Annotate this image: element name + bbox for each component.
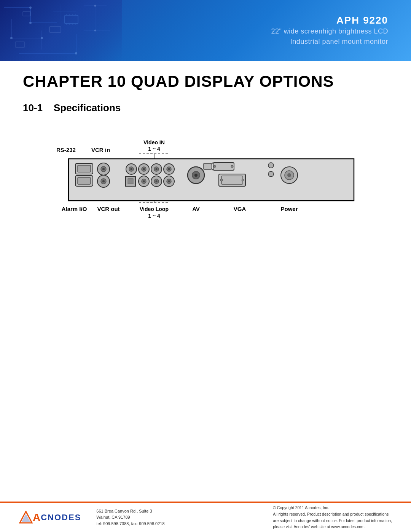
svg-rect-23 [65, 15, 78, 24]
svg-rect-15 [15, 42, 25, 47]
svg-point-41 [102, 168, 105, 170]
header-banner: APH 9220 22" wide screenhigh brightness … [0, 0, 411, 61]
copyright-line4: please visit Acnodes' web site at www.ac… [273, 524, 392, 530]
footer-logo: A CNODES [19, 511, 81, 524]
section-name: Specifications [54, 102, 121, 113]
main-content: CHAPTER 10 QUAD DISPLAY OPTIONS 10-1 Spe… [0, 61, 411, 294]
svg-point-9 [29, 22, 32, 24]
circuit-lines [0, 0, 122, 61]
svg-point-70 [194, 174, 198, 177]
svg-point-64 [156, 181, 158, 182]
copyright-line2: All rights reserved. Product description… [273, 511, 392, 518]
logo-letter-a: A [33, 511, 41, 524]
svg-point-80 [242, 179, 244, 181]
svg-point-81 [268, 163, 274, 168]
svg-point-44 [102, 180, 105, 182]
svg-point-50 [143, 168, 145, 170]
label-video-in-range: 1 ~ 4 [148, 146, 160, 152]
label-alarm: Alarm I/O [62, 206, 87, 212]
footer-address: 661 Brea Canyon Rd., Suite 3 Walnut, CA … [96, 508, 172, 527]
logo-icon [19, 511, 33, 524]
logo-text: CNODES [41, 513, 81, 522]
label-power: Power [280, 206, 298, 212]
label-videoloop: Video Loop [140, 206, 169, 212]
footer: A CNODES 661 Brea Canyon Rd., Suite 3 Wa… [0, 502, 411, 532]
address-line3: tel: 909.598.7388, fax: 909.598.0218 [96, 521, 172, 527]
svg-rect-13 [23, 11, 30, 16]
svg-rect-78 [221, 176, 243, 184]
svg-rect-36 [78, 165, 91, 172]
svg-point-21 [94, 5, 96, 7]
header-text: APH 9220 22" wide screenhigh brightness … [271, 14, 388, 47]
section-title: 10-1 Specifications [23, 102, 388, 114]
copyright-line3: are subject to change without notice. Fo… [273, 518, 392, 524]
svg-point-10 [10, 37, 13, 39]
svg-rect-38 [78, 177, 91, 184]
svg-point-61 [143, 181, 145, 182]
svg-point-53 [156, 168, 158, 170]
svg-point-22 [94, 30, 96, 32]
label-vga: VGA [234, 206, 246, 212]
label-vcrin: VCR in [91, 147, 110, 153]
label-vcrout: VCR out [97, 206, 119, 212]
svg-point-11 [41, 37, 43, 39]
chapter-title: CHAPTER 10 QUAD DISPLAY OPTIONS [23, 72, 388, 91]
label-rs232: RS-232 [56, 147, 76, 153]
address-line1: 661 Brea Canyon Rd., Suite 3 [96, 508, 172, 514]
svg-rect-14 [49, 27, 61, 32]
svg-point-12 [75, 52, 77, 54]
svg-rect-74 [204, 163, 211, 169]
svg-point-79 [220, 179, 223, 181]
header-desc-line2: Industrial panel mount monitor [271, 37, 388, 47]
copyright-line1: © Copyright 2011 Acnodes, Inc. [273, 505, 392, 511]
svg-point-82 [268, 171, 274, 177]
header-model: APH 9220 [271, 14, 388, 26]
section-number: 10-1 [23, 102, 43, 113]
label-videoloop-range: 1 ~ 4 [148, 213, 160, 219]
address-line2: Walnut, CA 91789 [96, 514, 172, 521]
svg-point-76 [231, 165, 233, 168]
svg-point-47 [131, 168, 132, 170]
svg-point-56 [168, 168, 170, 170]
svg-point-75 [213, 165, 216, 168]
header-desc-line1: 22" wide screenhigh brightness LCD [271, 26, 388, 37]
svg-point-67 [168, 181, 170, 182]
label-video-in: Video IN [143, 139, 165, 145]
svg-point-85 [287, 173, 291, 177]
svg-point-8 [29, 6, 32, 9]
svg-rect-58 [128, 179, 133, 184]
footer-copyright: © Copyright 2011 Acnodes, Inc. All right… [273, 505, 392, 530]
label-av: AV [192, 206, 200, 212]
diagram-area: RS-232 VCR in Video IN 1 ~ 4 [46, 129, 388, 226]
